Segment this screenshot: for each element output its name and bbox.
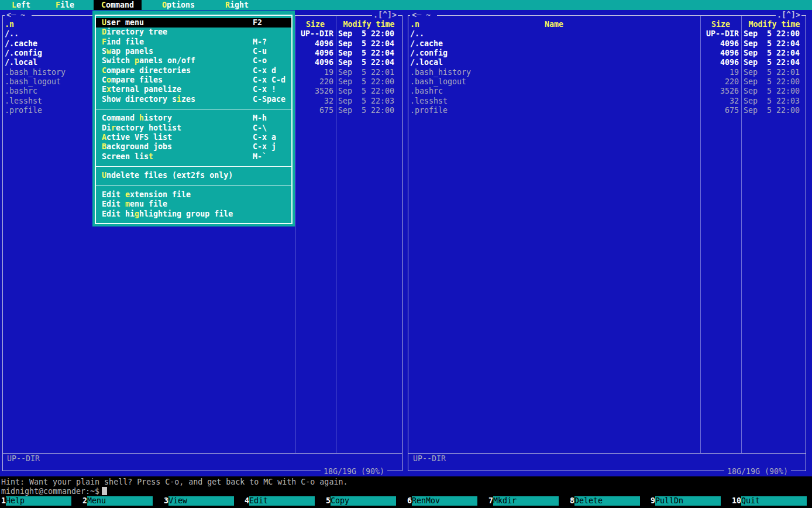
file-mtime: Sep 5 22:00 [338, 77, 394, 87]
file-name: .bashrc [410, 87, 443, 96]
file-name: .bashrc [5, 87, 37, 96]
fn-key-label: PullDn [655, 496, 721, 506]
menubar-item-left[interactable]: Left [12, 0, 30, 10]
menu-item-label: Show directory sizes [102, 95, 195, 104]
file-row-local[interactable]: /.local4096Sep 5 22:04 [408, 58, 806, 67]
file-row-lesshst[interactable]: .lesshst32Sep 5 22:03 [408, 97, 806, 106]
fn-key-number: 7 [488, 496, 493, 506]
menu-item-background-jobs[interactable]: Background jobsC-x j [92, 142, 295, 152]
fn-key-5-copy[interactable]: 5Copy [325, 496, 405, 506]
mc-screen: LeftFileCommandOptionsRight <─ ~ .[^]>.n… [0, 0, 812, 508]
file-mtime: Sep 5 22:03 [744, 97, 800, 106]
file-row-bashrc[interactable]: .bashrc3526Sep 5 22:00 [408, 87, 806, 96]
file-name: .bash_history [410, 68, 471, 77]
menu-item-user-menu[interactable]: User menuF2 [92, 18, 295, 28]
menu-item-compare-files[interactable]: Compare filesC-x C-d [92, 75, 295, 85]
mtime-column-header[interactable]: Modify time [336, 20, 402, 29]
menu-item-edit-highlighting-group-file[interactable]: Edit highlighting group file [92, 210, 295, 219]
menu-item-label: Compare directories [102, 66, 191, 75]
menu-label-pre: Command [102, 114, 139, 122]
menu-item-directory-tree[interactable]: Directory tree [92, 28, 295, 37]
menu-item-show-directory-sizes[interactable]: Show directory sizesC-Space [92, 95, 295, 104]
menu-item-external-panelize[interactable]: External panelizeC-x ! [92, 85, 295, 94]
menubar-item-label: eft [16, 1, 30, 9]
menubar-item-file[interactable]: File [56, 0, 74, 10]
file-name: .profile [5, 106, 42, 115]
file-name: .lesshst [410, 97, 448, 106]
panel-corner-buttons[interactable]: .[^]> [372, 11, 398, 20]
mtime-column-header[interactable]: Modify time [741, 20, 806, 29]
fn-key-8-delete[interactable]: 8Delete [569, 496, 649, 506]
menubar-item-right[interactable]: Right [225, 0, 249, 10]
size-column-header[interactable]: Size [700, 20, 741, 29]
file-row-bash-logout[interactable]: .bash_logout220Sep 5 22:00 [408, 77, 806, 87]
menu-item-screen-list[interactable]: Screen listM-` [92, 152, 295, 162]
file-row-cache[interactable]: /.cache4096Sep 5 22:04 [408, 39, 806, 49]
menu-item-label: Compare files [102, 75, 163, 85]
menubar-item-command[interactable]: Command [94, 0, 142, 10]
fn-key-number: 4 [245, 496, 249, 506]
file-name: /.cache [5, 39, 37, 49]
fn-key-6-renmov[interactable]: 6RenMov [406, 496, 487, 506]
file-row-config[interactable]: /.config4096Sep 5 22:04 [408, 49, 806, 58]
menu-shortcut: C-u [253, 47, 267, 56]
name-column-header[interactable]: Name [408, 20, 700, 29]
menu-hotkey-letter: t [149, 152, 153, 161]
file-size: 675 [659, 106, 739, 115]
menu-shortcut: C-x j [253, 142, 276, 152]
panel-path[interactable]: <─ ~ [5, 11, 32, 20]
menu-shortcut: M-h [253, 114, 267, 123]
fn-key-number: 6 [407, 496, 412, 506]
menu-hotkey-letter: U [102, 171, 106, 180]
file-name: /.local [5, 58, 37, 67]
size-column-header[interactable]: Size [295, 20, 336, 29]
file-mtime: Sep 5 22:00 [338, 87, 394, 96]
menu-item-undelete-files-ext2fs-only[interactable]: Undelete files (ext2fs only) [92, 171, 295, 180]
panel-path[interactable]: <─ ~ [410, 11, 437, 20]
fn-key-1-help[interactable]: 1Help [0, 496, 81, 506]
file-size: UP--DIR [659, 29, 739, 39]
menu-shortcut: C-x d [253, 66, 276, 75]
shell-prompt[interactable]: midnight@commander:~$ [1, 487, 811, 496]
menu-item-active-vfs-list[interactable]: Active VFS listC-x a [92, 133, 295, 142]
menubar-hotkey: F [56, 1, 60, 9]
menu-item-directory-hotlist[interactable]: Directory hotlistC-\ [92, 123, 295, 133]
menubar-item-options[interactable]: Options [162, 0, 195, 10]
fn-key-7-mkdir[interactable]: 7Mkdir [487, 496, 568, 506]
fn-key-2-menu[interactable]: 2Menu [81, 496, 162, 506]
menu-shortcut: C-x a [253, 133, 276, 142]
file-row-bash-history[interactable]: .bash_history19Sep 5 22:01 [408, 68, 806, 77]
menu-separator [92, 162, 295, 171]
fn-key-4-edit[interactable]: 4Edit [243, 496, 324, 506]
menu-item-edit-extension-file[interactable]: Edit extension file [92, 190, 295, 200]
menu-item-command-history[interactable]: Command historyM-h [92, 114, 295, 123]
menubar-hotkey: L [12, 1, 16, 9]
menu-item-find-file[interactable]: Find fileM-? [92, 37, 295, 47]
menu-label-post: enu file [130, 200, 167, 208]
fn-key-9-pulldn[interactable]: 9PullDn [649, 496, 730, 506]
menu-label-pre: Edit [102, 190, 125, 199]
menu-item-swap-panels[interactable]: Swap panelsC-u [92, 47, 295, 56]
menu-hotkey-letter: e [125, 190, 130, 199]
terminal-cursor [102, 487, 107, 495]
file-row-[interactable]: /..UP--DIRSep 5 22:00 [408, 29, 806, 39]
fn-key-10-quit[interactable]: 10Quit [731, 496, 811, 506]
file-row-profile[interactable]: .profile675Sep 5 22:00 [408, 106, 806, 115]
menu-item-edit-menu-file[interactable]: Edit menu file [92, 200, 295, 209]
menu-hotkey-letter: F [102, 37, 106, 46]
menu-label-post: ndelete files (ext2fs only) [106, 171, 233, 180]
menu-item-label: Undelete files (ext2fs only) [102, 171, 233, 180]
fn-key-label: Menu [87, 496, 153, 506]
menu-item-compare-directories[interactable]: Compare directoriesC-x d [92, 66, 295, 75]
menu-separator [92, 104, 295, 114]
file-name: .bash_logout [5, 77, 61, 87]
menu-item-label: Command history [102, 114, 172, 123]
menu-separator-line [95, 109, 293, 109]
fn-key-3-view[interactable]: 3View [163, 496, 243, 506]
file-mtime: Sep 5 22:00 [744, 29, 800, 39]
panel-corner-buttons[interactable]: .[^]> [776, 11, 801, 20]
menu-label-post: ternal panelize [111, 85, 181, 94]
menu-item-switch-panels-on-off[interactable]: Switch panels on/offC-o [92, 56, 295, 66]
menu-label-post: xtension file [130, 190, 191, 199]
menu-item-label: Directory hotlist [102, 123, 181, 133]
